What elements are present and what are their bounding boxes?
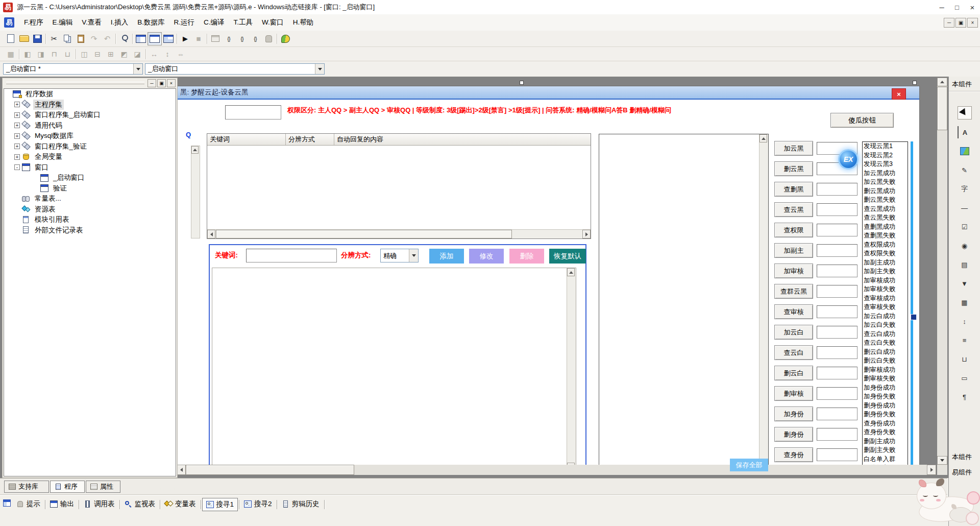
chevron-down-icon[interactable]	[315, 64, 324, 74]
toolbar-icon[interactable]: ↕	[161, 48, 174, 60]
toolbar-icon[interactable]	[209, 33, 222, 45]
toolbox-icon[interactable]: ▤	[958, 258, 971, 271]
table-header-cell[interactable]: 分辨方式	[286, 134, 334, 145]
command-input[interactable]	[817, 326, 857, 339]
maximize-button[interactable]: □	[949, 0, 965, 14]
tree-item-label[interactable]: 资源表	[33, 204, 57, 214]
toolbar-icon[interactable]	[144, 48, 148, 60]
bottom-bar-item[interactable]: 变量表	[161, 498, 200, 510]
list-item[interactable]: 查审核失败	[863, 303, 908, 312]
bottom-bar-item[interactable]: 输出	[46, 498, 78, 510]
tree-item[interactable]: + 窗口程序集_启动窗口	[4, 110, 176, 121]
command-button[interactable]: 加审核	[774, 264, 813, 278]
toolbox-icon[interactable]: 字	[958, 183, 971, 195]
table-hscrollbar[interactable]	[207, 229, 591, 238]
list-item[interactable]: 加云白成功	[863, 312, 908, 321]
list-item[interactable]: 删副主失败	[863, 446, 908, 455]
menu-item[interactable]: B.数据库	[133, 14, 169, 31]
toolbar-icon[interactable]	[262, 33, 275, 45]
list-item[interactable]: 查删黑成功	[863, 223, 908, 232]
list-item[interactable]: 删云黑成功	[863, 187, 908, 196]
list-item[interactable]: 加副主失败	[863, 267, 908, 276]
chevron-down-icon[interactable]	[133, 64, 142, 74]
command-button[interactable]: 查审核	[774, 304, 813, 319]
command-button[interactable]: 查群云黑	[774, 284, 813, 299]
badge-circle[interactable]	[966, 512, 979, 525]
list-item[interactable]: 删云白失败	[863, 356, 908, 366]
tree-item[interactable]: - 窗口	[4, 162, 176, 173]
action-button[interactable]: 恢复默认	[549, 249, 586, 264]
action-button[interactable]: 删除	[509, 249, 544, 264]
bottom-bar-item[interactable]: 搜寻1	[202, 498, 238, 511]
toolbox-icon[interactable]: ▦	[958, 296, 971, 308]
toolbox-icon[interactable]: ⊔	[958, 353, 971, 365]
keywords-table[interactable]: 关键词分辨方式自动回复的内容	[207, 133, 591, 239]
toolbox-icon[interactable]: ¶	[958, 391, 971, 403]
toolbar-icon[interactable]: {}	[222, 33, 235, 45]
menu-item[interactable]: I.插入	[106, 14, 133, 31]
badge-circle[interactable]	[967, 491, 980, 505]
command-input[interactable]	[817, 244, 857, 257]
log-list-panel[interactable]	[599, 134, 769, 467]
list-item[interactable]: 删身份失败	[863, 410, 908, 419]
tree-item-label[interactable]: 窗口程序集_验证	[33, 141, 88, 152]
command-input[interactable]	[817, 203, 857, 216]
command-button[interactable]: 删云白	[774, 366, 813, 380]
command-button[interactable]: 加身份	[774, 407, 813, 421]
menu-item[interactable]: R.运行	[169, 14, 200, 31]
toolbox-icon[interactable]: ◉	[958, 240, 971, 252]
toolbar-icon[interactable]	[17, 33, 31, 45]
toolbar-icon[interactable]	[275, 33, 279, 45]
table-header-cell[interactable]: 关键词	[207, 134, 286, 145]
command-button[interactable]: 查云黑	[774, 202, 813, 217]
toolbar-icon[interactable]	[131, 33, 134, 45]
menu-item[interactable]: W.窗口	[257, 14, 288, 31]
toolbar-icon[interactable]: ↷	[87, 33, 101, 45]
reply-content-editor[interactable]	[212, 268, 576, 467]
toolbar-icon[interactable]: ✂	[47, 33, 61, 45]
panel-button[interactable]: ×	[167, 79, 176, 87]
toolbar-icon[interactable]	[74, 33, 87, 45]
tree-item-label[interactable]: 外部文件记录表	[33, 225, 85, 235]
toolbar-icon[interactable]	[279, 33, 292, 45]
toolbar-icon[interactable]	[31, 33, 44, 45]
toolbar-icon[interactable]: ◪	[131, 48, 144, 60]
toolbar-icon[interactable]	[175, 33, 179, 45]
command-button[interactable]: 加云黑	[774, 141, 813, 156]
tree-item-label[interactable]: Mysql数据库	[33, 131, 75, 141]
list-item[interactable]: 删审核失败	[863, 374, 908, 384]
list-item[interactable]: 查审核成功	[863, 294, 908, 303]
tree-item-label[interactable]: 通用代码	[33, 121, 64, 131]
list-item[interactable]: 删副主成功	[863, 437, 908, 446]
toolbar-icon[interactable]	[162, 33, 175, 45]
scrollbar-thumb[interactable]	[216, 230, 512, 238]
tree-item[interactable]: + Mysql数据库	[4, 131, 176, 141]
menu-item[interactable]: F.程序	[19, 14, 48, 31]
command-input[interactable]	[817, 428, 857, 441]
toolbox-section-label[interactable]: 本组件	[952, 452, 972, 462]
tree-item-label[interactable]: 主程序集	[33, 100, 64, 110]
left-scrollbar[interactable]	[191, 146, 200, 238]
toolbar-icon[interactable]: {}	[249, 33, 262, 45]
bottom-bar-item[interactable]: 剪辑历史	[278, 498, 323, 510]
selection-handle[interactable]	[520, 81, 524, 85]
tree-expander[interactable]: +	[14, 123, 20, 128]
toolbar-icon[interactable]: ⊟	[91, 48, 104, 60]
list-item[interactable]: 查权限成功	[863, 241, 908, 250]
toolbox-icon[interactable]: —	[958, 202, 971, 214]
action-button[interactable]: 修改	[469, 249, 504, 264]
designed-form-titlebar[interactable]: 黑: 梦醒云起-设备云黑	[176, 86, 919, 100]
window-selector-combo[interactable]: _启动窗口 *	[3, 63, 143, 75]
list-item[interactable]: 查云黑成功	[863, 205, 908, 214]
toolbox-icon[interactable]	[958, 106, 972, 119]
workspace-hscrollbar[interactable]	[177, 465, 936, 475]
mdi-child-button[interactable]: ×	[967, 18, 978, 28]
command-button[interactable]: 查身份	[774, 447, 813, 462]
command-button[interactable]: 删云黑	[774, 161, 813, 176]
toolbar-icon[interactable]: ◫	[78, 48, 91, 60]
workspace-vscrollbar[interactable]	[937, 78, 947, 465]
list-item[interactable]: 删云白成功	[863, 348, 908, 357]
drag-grip[interactable]	[6, 82, 144, 84]
tree-item[interactable]: 模块引用表	[4, 214, 176, 225]
command-button[interactable]: 查删黑	[774, 182, 813, 197]
